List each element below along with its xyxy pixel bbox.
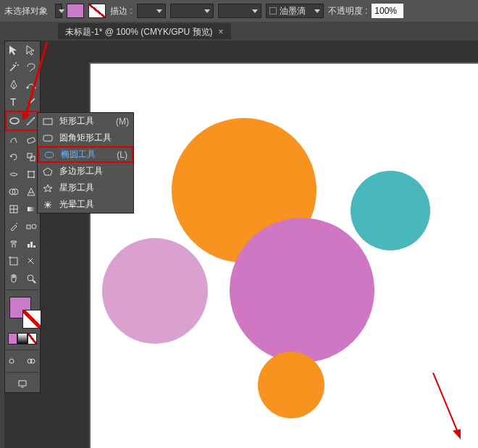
- flare-icon: [42, 200, 54, 209]
- zoom-tool[interactable]: [22, 270, 40, 287]
- shape-tool-flyout: 矩形工具 (M) 圆角矩形工具 椭圆工具 (L) 多边形工具 星形工具 光晕工具: [37, 112, 134, 214]
- svg-rect-32: [19, 381, 26, 386]
- tab-title: 未标题-1* @ 100% (CMYK/GPU 预览): [65, 26, 213, 38]
- svg-rect-19: [27, 225, 30, 229]
- shape-pink-left[interactable]: [102, 238, 208, 344]
- artboard: [91, 64, 478, 448]
- svg-line-28: [33, 280, 35, 283]
- symbol-sprayer-tool[interactable]: [5, 235, 22, 253]
- svg-marker-47: [453, 429, 461, 439]
- svg-marker-38: [43, 185, 52, 192]
- close-icon[interactable]: ×: [219, 27, 224, 37]
- magic-wand-tool[interactable]: [5, 59, 22, 76]
- artboard-tool[interactable]: [5, 253, 22, 270]
- svg-point-9: [28, 171, 29, 172]
- flare-tool-item[interactable]: 光晕工具: [38, 196, 133, 213]
- color-mode-none[interactable]: [28, 333, 37, 345]
- shape-tool[interactable]: [7, 112, 22, 130]
- svg-rect-35: [43, 135, 52, 141]
- rectangle-tool-item[interactable]: 矩形工具 (M): [38, 113, 133, 130]
- polygon-icon: [42, 167, 54, 176]
- fill-swatch[interactable]: [67, 4, 84, 18]
- annotation-arrow-icon: [427, 373, 464, 441]
- svg-point-10: [33, 171, 35, 172]
- svg-rect-6: [28, 153, 32, 158]
- flyout-item-label: 光晕工具: [59, 198, 94, 211]
- hand-tool[interactable]: [5, 270, 22, 287]
- opacity-label: 不透明度 :: [328, 5, 368, 17]
- color-mode-fill[interactable]: [8, 333, 17, 345]
- ellipse-icon: [43, 151, 55, 159]
- document-tab-bar: 未标题-1* @ 100% (CMYK/GPU 预览) ×: [0, 22, 478, 41]
- type-tool[interactable]: T: [5, 93, 22, 111]
- stroke-label: 描边 :: [110, 5, 133, 17]
- color-swatch-area: [5, 292, 40, 347]
- svg-line-46: [433, 373, 458, 432]
- svg-text:T: T: [10, 96, 17, 108]
- flyout-item-label: 矩形工具: [59, 115, 94, 127]
- svg-rect-21: [28, 244, 30, 248]
- eyedropper-tool[interactable]: [5, 218, 22, 235]
- svg-point-11: [28, 177, 29, 178]
- stroke-swatch[interactable]: [88, 4, 106, 18]
- rounded-rect-icon: [42, 135, 54, 142]
- stroke-weight-input[interactable]: [137, 4, 166, 18]
- draw-mode-icon[interactable]: [5, 352, 22, 370]
- svg-point-36: [45, 152, 54, 158]
- ellipse-tool-item[interactable]: 椭圆工具 (L): [38, 146, 133, 163]
- shortcut: (L): [117, 150, 127, 160]
- svg-marker-37: [43, 168, 52, 175]
- column-graph-tool[interactable]: [22, 235, 40, 253]
- slice-tool[interactable]: [22, 253, 40, 270]
- shortcut: (M): [116, 117, 129, 127]
- flyout-item-label: 星形工具: [59, 182, 94, 194]
- dropdown-icon[interactable]: [55, 4, 62, 18]
- flyout-item-label: 椭圆工具: [61, 148, 96, 161]
- svg-point-12: [33, 177, 35, 178]
- shape-teal[interactable]: [351, 171, 430, 250]
- rotate-tool[interactable]: [5, 148, 22, 166]
- pen-tool[interactable]: [5, 76, 22, 93]
- svg-point-27: [28, 275, 33, 281]
- shape-builder-tool[interactable]: [5, 183, 22, 200]
- star-icon: [42, 184, 54, 193]
- svg-point-4: [10, 118, 19, 124]
- document-tab[interactable]: 未标题-1* @ 100% (CMYK/GPU 预览) ×: [58, 23, 231, 39]
- svg-point-20: [32, 224, 36, 229]
- color-mode-gradient[interactable]: [17, 333, 27, 345]
- svg-rect-22: [30, 242, 33, 248]
- canvas[interactable]: [89, 62, 478, 448]
- selection-tool[interactable]: [5, 41, 22, 59]
- rounded-rectangle-tool-item[interactable]: 圆角矩形工具: [38, 130, 133, 146]
- polygon-tool-item[interactable]: 多边形工具: [38, 163, 133, 179]
- flyout-item-label: 圆角矩形工具: [59, 132, 112, 144]
- svg-rect-23: [33, 245, 35, 248]
- svg-rect-18: [28, 207, 35, 211]
- svg-point-31: [30, 359, 35, 363]
- svg-rect-5: [27, 137, 35, 143]
- svg-rect-7: [30, 156, 35, 161]
- flyout-item-label: 多边形工具: [59, 165, 103, 177]
- opacity-input[interactable]: 100%: [372, 4, 403, 18]
- draw-behind-icon[interactable]: [22, 352, 40, 370]
- svg-point-29: [9, 359, 14, 363]
- star-tool-item[interactable]: 星形工具: [38, 179, 133, 196]
- control-bar: 未选择对象 描边 : 油墨滴 不透明度 : 100%: [0, 0, 478, 22]
- stroke-profile[interactable]: [170, 4, 214, 18]
- mesh-tool[interactable]: [5, 200, 22, 218]
- svg-rect-8: [28, 172, 34, 177]
- annotation-arrow-icon: [22, 42, 51, 122]
- background-color[interactable]: [22, 310, 41, 329]
- width-tool[interactable]: [5, 166, 22, 183]
- shape-pink-large[interactable]: [230, 218, 374, 363]
- graphic-style[interactable]: 油墨滴: [266, 4, 324, 18]
- blend-tool[interactable]: [22, 218, 40, 235]
- svg-rect-24: [10, 258, 17, 265]
- shape-orange-small[interactable]: [258, 352, 324, 418]
- brush-definition[interactable]: [218, 4, 261, 18]
- svg-line-44: [26, 42, 47, 114]
- selection-status: 未选择对象: [4, 5, 51, 17]
- shaper-tool[interactable]: [5, 131, 22, 148]
- screen-mode[interactable]: [5, 375, 40, 392]
